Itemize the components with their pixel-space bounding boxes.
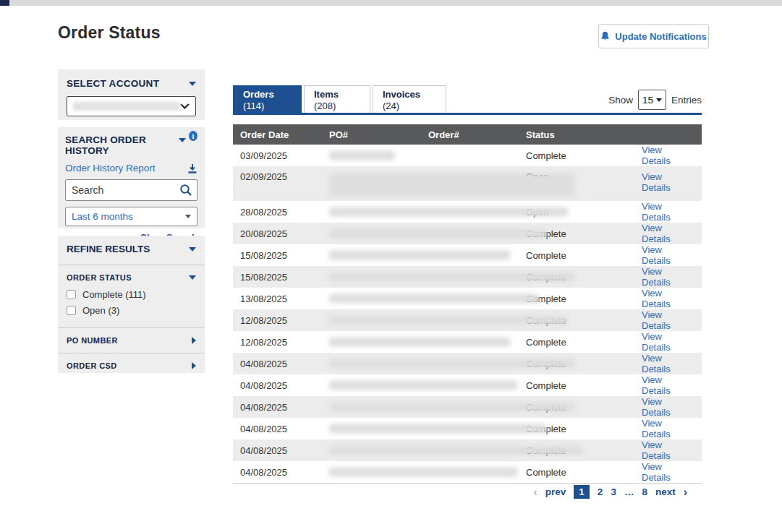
order-csd-filter-title: ORDER CSD (67, 361, 117, 370)
top-strip (0, 0, 782, 6)
bell-icon (600, 31, 610, 41)
next-page-button[interactable]: next (655, 486, 676, 497)
order-status-filter-title: ORDER STATUS (67, 273, 132, 282)
chevron-right-icon (192, 337, 196, 344)
tab-invoices[interactable]: Invoices (24) (373, 85, 446, 113)
table-row: 04/08/2025CompleteView Details (233, 418, 702, 439)
view-details-link[interactable]: View Details (642, 288, 702, 309)
column-header-order-number: Order# (428, 129, 526, 140)
table-row: 03/09/2025CompleteView Details (233, 145, 702, 166)
view-details-link[interactable]: View Details (642, 396, 702, 418)
info-icon[interactable]: i (189, 131, 197, 141)
status-cell: Complete (526, 250, 642, 261)
status-cell: Complete (526, 150, 642, 161)
redacted-po-order (329, 359, 575, 369)
tab-count: (24) (383, 100, 446, 111)
entries-per-page-select[interactable]: 15 (638, 90, 666, 110)
view-details-link[interactable]: View Details (642, 374, 702, 396)
order-date-cell: 20/08/2025 (240, 228, 329, 239)
redacted-po-order (329, 229, 546, 239)
table-bottom-divider (233, 483, 702, 484)
filter-option-label: Complete (111) (82, 289, 146, 300)
select-account-panel: SELECT ACCOUNT (58, 69, 205, 120)
account-select[interactable] (67, 96, 196, 116)
order-status-filter-header[interactable]: ORDER STATUS (67, 273, 196, 282)
order-date-cell: 02/09/2025 (240, 171, 329, 182)
table-row: 12/08/2025CompleteView Details (233, 331, 702, 353)
view-details-link[interactable]: View Details (642, 266, 702, 288)
refine-results-title: REFINE RESULTS (67, 244, 150, 254)
filter-option-open[interactable]: Open (3) (67, 305, 196, 316)
page-button-3[interactable]: 3 (611, 486, 616, 497)
page-button-2[interactable]: 2 (598, 486, 603, 497)
view-details-link[interactable]: View Details (642, 331, 702, 353)
filter-option-complete[interactable]: Complete (111) (67, 289, 196, 300)
view-details-link[interactable]: View Details (642, 244, 702, 266)
refine-results-header[interactable]: REFINE RESULTS (67, 244, 196, 254)
date-range-select[interactable]: Last 6 months (65, 207, 197, 226)
order-date-cell: 04/08/2025 (240, 424, 329, 434)
column-header-status: Status (526, 129, 642, 140)
page-button-8[interactable]: 8 (642, 486, 647, 497)
order-date-cell: 04/08/2025 (240, 380, 329, 391)
order-date-cell: 12/08/2025 (240, 315, 329, 326)
table-row: 04/08/2025CompleteView Details (233, 374, 702, 396)
order-csd-filter-header[interactable]: ORDER CSD (67, 361, 196, 370)
view-details-link[interactable]: View Details (642, 461, 702, 483)
redacted-account-value (73, 102, 180, 111)
chevron-down-icon[interactable] (179, 138, 186, 142)
chevron-down-icon (189, 247, 196, 252)
page-button-1[interactable]: 1 (574, 485, 590, 499)
chevron-down-icon (189, 275, 196, 280)
po-number-filter-header[interactable]: PO NUMBER (67, 336, 196, 345)
tab-label: Items (314, 89, 370, 100)
view-details-link[interactable]: View Details (642, 353, 702, 374)
tab-count: (208) (314, 100, 370, 111)
search-icon[interactable] (179, 184, 192, 197)
view-details-link[interactable]: View Details (642, 171, 702, 193)
next-chevron-icon[interactable]: › (684, 486, 687, 498)
order-history-report-link[interactable]: Order History Report (65, 163, 156, 173)
prev-page-button[interactable]: prev (545, 486, 566, 497)
status-cell: Complete (526, 293, 642, 304)
view-details-link[interactable]: View Details (642, 145, 702, 166)
table-row: 04/08/2025CompleteView Details (233, 353, 702, 374)
view-details-link[interactable]: View Details (642, 418, 702, 439)
select-account-header[interactable]: SELECT ACCOUNT (67, 78, 196, 89)
status-cell: Complete (526, 467, 642, 478)
checkbox[interactable] (67, 306, 76, 315)
order-date-cell: 15/08/2025 (240, 250, 329, 261)
order-date-cell: 04/08/2025 (240, 402, 329, 413)
order-date-cell: 04/08/2025 (240, 467, 329, 478)
table-row: 04/08/2025CompleteView Details (233, 439, 702, 461)
entries-per-page-value: 15 (642, 95, 653, 106)
order-date-cell: 13/08/2025 (240, 293, 329, 304)
redacted-po-order (329, 381, 517, 390)
view-details-link[interactable]: View Details (642, 309, 702, 331)
chevron-down-icon (185, 215, 191, 218)
tab-label: Invoices (383, 89, 446, 100)
tab-items[interactable]: Items (208) (304, 85, 370, 113)
tab-count: (114) (243, 100, 301, 111)
update-notifications-button[interactable]: Update Notifications (598, 24, 709, 48)
prev-chevron-icon[interactable]: ‹ (533, 486, 537, 498)
select-account-title: SELECT ACCOUNT (67, 78, 159, 89)
table-body: 03/09/2025CompleteView Details02/09/2025… (233, 145, 702, 484)
entries-label: Entries (671, 95, 702, 106)
refine-results-panel: REFINE RESULTS ORDER STATUS Complete (11… (58, 236, 205, 373)
redacted-po-order (329, 273, 575, 282)
po-number-filter-title: PO NUMBER (67, 336, 118, 345)
page-title: Order Status (58, 23, 161, 43)
order-date-cell: 03/09/2025 (240, 150, 329, 161)
checkbox[interactable] (67, 290, 76, 299)
order-date-cell: 28/08/2025 (240, 207, 329, 218)
view-details-link[interactable]: View Details (642, 201, 702, 223)
view-details-link[interactable]: View Details (642, 223, 702, 244)
table-row: 04/08/2025CompleteView Details (233, 396, 702, 418)
redacted-po-order (329, 173, 575, 197)
search-input[interactable] (65, 179, 197, 201)
tab-orders[interactable]: Orders (114) (233, 85, 302, 113)
download-icon[interactable] (187, 163, 197, 173)
view-details-link[interactable]: View Details (642, 439, 702, 461)
order-date-cell: 12/08/2025 (240, 337, 329, 348)
